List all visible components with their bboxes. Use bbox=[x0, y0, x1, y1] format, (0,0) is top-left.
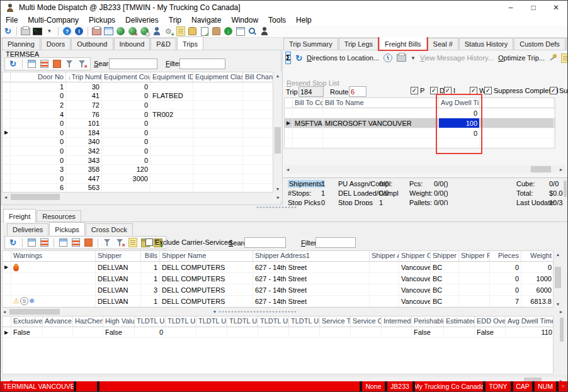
square-blue-icon[interactable] bbox=[26, 237, 37, 248]
view-message-history-button[interactable]: View Message History... bbox=[420, 54, 494, 62]
tab-trip-legs[interactable]: Trip Legs bbox=[339, 38, 378, 50]
menu-item-window[interactable]: Window bbox=[226, 16, 263, 25]
column-header[interactable]: TLDTL User bbox=[166, 316, 196, 327]
freight-search-input[interactable] bbox=[244, 237, 286, 248]
pickups-vscrollbar[interactable]: ▲ ▼ bbox=[554, 250, 562, 308]
subtab-pickups[interactable]: Pickups bbox=[49, 222, 85, 235]
column-header[interactable]: TLDTL User bbox=[227, 316, 258, 327]
table-row[interactable]: 0410FLATBED bbox=[3, 92, 273, 101]
summary-vscrollbar[interactable] bbox=[563, 178, 567, 205]
column-header[interactable]: Shipper bbox=[96, 251, 141, 261]
filter-clear-icon[interactable]: ✕ bbox=[115, 237, 125, 248]
column-header[interactable]: Bill To Code bbox=[293, 98, 323, 108]
globe-icon[interactable] bbox=[115, 26, 126, 36]
notepad-icon[interactable] bbox=[561, 53, 568, 64]
square-red-icon[interactable] bbox=[71, 237, 81, 248]
menu-item-deliveries[interactable]: Deliveries bbox=[120, 16, 164, 25]
filter-input[interactable] bbox=[179, 59, 225, 69]
column-header[interactable]: Shipper Adc bbox=[370, 251, 399, 261]
table-row[interactable]: 2720 bbox=[3, 101, 273, 110]
table-row[interactable]: 6563 bbox=[3, 184, 273, 193]
column-header[interactable]: Exclusive bbox=[11, 316, 43, 327]
table-row[interactable]: DELLVAN3DELL COMPUTERS627 - 14th StreetV… bbox=[3, 284, 553, 296]
table-row[interactable]: ⚠S❄DELLVAN1DELL COMPUTERS627 - 14th Stre… bbox=[3, 296, 553, 307]
subtab-cross-dock[interactable]: Cross Dock bbox=[86, 223, 133, 235]
column-header[interactable]: Bill Changes bbox=[243, 72, 273, 82]
tab-freight[interactable]: Freight bbox=[3, 209, 36, 222]
table-row[interactable]: 1300 bbox=[3, 82, 273, 92]
table-row[interactable]: 4760TR002 bbox=[3, 110, 273, 120]
console-icon[interactable] bbox=[32, 26, 43, 36]
column-header[interactable]: Service Type bbox=[320, 316, 351, 327]
refresh-icon[interactable]: ↻ bbox=[295, 53, 302, 64]
column-header[interactable]: TLDTL User bbox=[196, 316, 227, 327]
column-header[interactable]: HazChem bbox=[73, 316, 103, 327]
column-header[interactable]: Intermediat bbox=[382, 316, 412, 327]
table-row[interactable]: ▶DELLVAN1DELL COMPUTERS627 - 14th Street… bbox=[3, 262, 553, 273]
square-orange-icon[interactable] bbox=[52, 59, 62, 69]
column-header[interactable]: Weight bbox=[521, 251, 554, 261]
table-row[interactable]: 04473000 bbox=[3, 174, 273, 184]
checkbox-p[interactable]: ✓P bbox=[411, 87, 424, 94]
table-row[interactable]: 0 bbox=[285, 108, 555, 118]
note-edit-icon[interactable] bbox=[175, 26, 186, 36]
highlighted-dwell-cell[interactable]: 100 bbox=[439, 118, 480, 128]
table-row[interactable]: 3358120 bbox=[3, 165, 273, 174]
globe-clock-icon[interactable] bbox=[139, 26, 150, 36]
scrollbar-thumb[interactable] bbox=[11, 194, 60, 200]
refresh-icon[interactable]: ↻ bbox=[8, 237, 18, 248]
clock-icon[interactable] bbox=[383, 53, 392, 64]
checkbox-i[interactable]: ✓I bbox=[444, 87, 455, 94]
panel-icon[interactable] bbox=[103, 26, 114, 36]
search-input[interactable] bbox=[109, 59, 157, 69]
filter-icon[interactable] bbox=[102, 237, 113, 248]
square-red-icon[interactable] bbox=[39, 237, 50, 248]
column-header[interactable]: Equipment Class bbox=[193, 72, 243, 82]
trips-grid-vscrollbar[interactable]: ▲ ▼ bbox=[273, 72, 282, 193]
hand-icon[interactable] bbox=[211, 26, 222, 36]
column-header[interactable]: EDD Overric bbox=[475, 316, 506, 327]
gear-add-icon[interactable]: ⚙ bbox=[163, 26, 174, 36]
column-header[interactable]: Door No bbox=[11, 72, 66, 82]
tab-freight-bills[interactable]: Freight Bills bbox=[379, 37, 426, 50]
print-dropdown-icon[interactable]: ▼ bbox=[411, 55, 416, 61]
table-row[interactable]: ▶FalseFalse0FalseFalse110 bbox=[3, 327, 553, 338]
column-header[interactable]: Shipper Address1 bbox=[253, 251, 370, 261]
column-header[interactable]: High Value bbox=[103, 316, 135, 327]
scrollbar-thumb[interactable] bbox=[555, 267, 561, 288]
menu-item-navigate[interactable]: Navigate bbox=[186, 16, 226, 25]
table-row[interactable]: ▶MSFTVANMICROSOFT VANCOUVER100 bbox=[285, 118, 555, 128]
grid-splitter-grip[interactable] bbox=[219, 310, 297, 313]
table-row[interactable]: 0 bbox=[285, 128, 555, 138]
folder-add-icon[interactable] bbox=[187, 26, 198, 36]
tab-trip-summary[interactable]: Trip Summary bbox=[283, 38, 338, 50]
scrollbar-thumb[interactable] bbox=[531, 166, 551, 172]
close-button[interactable]: ✕ bbox=[545, 1, 567, 14]
table-row[interactable]: 01010 bbox=[3, 119, 273, 128]
download-icon[interactable]: ↓ bbox=[223, 26, 234, 36]
info-icon[interactable]: ! bbox=[74, 26, 84, 36]
subtab-deliveries[interactable]: Deliveries bbox=[7, 223, 48, 235]
table-row[interactable] bbox=[285, 138, 555, 148]
doc-check-icon[interactable] bbox=[199, 26, 210, 36]
search-web-icon[interactable] bbox=[247, 26, 258, 36]
table-row[interactable]: 03430 bbox=[3, 156, 273, 165]
tab-seal-[interactable]: Seal # bbox=[428, 38, 458, 50]
menu-item-trip[interactable]: Trip bbox=[164, 16, 186, 25]
minimize-button[interactable]: – bbox=[499, 1, 522, 14]
tab-resources[interactable]: Resources bbox=[37, 210, 81, 222]
menu-item-pickups[interactable]: Pickups bbox=[84, 16, 120, 25]
tab-doors[interactable]: Doors bbox=[41, 38, 71, 50]
help-icon[interactable]: ? bbox=[62, 26, 72, 36]
freight-filter-input[interactable] bbox=[315, 237, 356, 248]
column-header[interactable]: Avg Dwell Time bbox=[506, 316, 554, 327]
table-row[interactable]: 03400 bbox=[3, 138, 273, 147]
optimize-trip-button[interactable]: Optimize Trip... bbox=[498, 54, 545, 62]
dropdown-icon[interactable]: ▼ bbox=[44, 26, 55, 36]
scrollbar-thumb[interactable] bbox=[9, 309, 60, 315]
square-blue-icon[interactable] bbox=[58, 237, 69, 248]
optimize-wand-icon[interactable] bbox=[549, 53, 557, 64]
tab-inbound[interactable]: Inbound bbox=[114, 38, 151, 50]
column-header[interactable]: ↓Trip Numbe bbox=[66, 72, 102, 82]
square-red-icon[interactable] bbox=[39, 59, 50, 69]
